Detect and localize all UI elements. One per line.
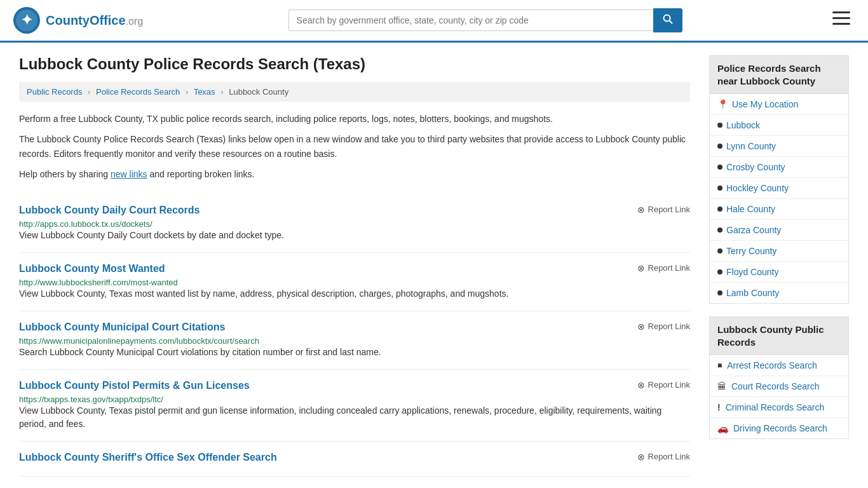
search-area <box>288 8 682 32</box>
location-pin-icon: 📍 <box>717 99 728 109</box>
description-pre-link: Help others by sharing <box>19 169 111 179</box>
report-link-button[interactable]: ⊗ Report Link <box>637 263 690 273</box>
sidebar-public-records-section: Lubbock County Public Records ■ Arrest R… <box>709 316 849 439</box>
svg-point-3 <box>663 15 670 22</box>
bullet-icon <box>717 290 722 295</box>
logo-icon: ✦ <box>13 6 41 34</box>
nearby-link[interactable]: Hockley County <box>726 183 789 193</box>
logo-area: ✦ CountyOffice.org <box>13 6 143 34</box>
pub-records-item[interactable]: ! Criminal Records Search <box>710 397 848 418</box>
sidebar-link-item[interactable]: Lynn County <box>710 136 848 157</box>
nearby-link[interactable]: Garza County <box>726 225 781 235</box>
sidebar: Police Records Search near Lubbock Count… <box>709 55 849 477</box>
result-item: Lubbock County Most Wanted ⊗ Report Link… <box>19 253 690 311</box>
report-link-button[interactable]: ⊗ Report Link <box>637 380 690 390</box>
nearby-link[interactable]: Lynn County <box>726 141 776 151</box>
nearby-link[interactable]: Lamb County <box>726 288 779 298</box>
result-header: Lubbock County Sheriff's Office Sex Offe… <box>19 452 690 463</box>
svg-rect-5 <box>832 11 850 13</box>
nearby-link[interactable]: Terry County <box>726 246 776 256</box>
report-link-button[interactable]: ⊗ Report Link <box>637 322 690 332</box>
result-title[interactable]: Lubbock County Sheriff's Office Sex Offe… <box>19 452 277 463</box>
result-title[interactable]: Lubbock County Most Wanted <box>19 263 165 274</box>
sidebar-link-item[interactable]: Hockley County <box>710 178 848 199</box>
results-list: Lubbock County Daily Court Records ⊗ Rep… <box>19 194 690 477</box>
pub-records-item[interactable]: ■ Arrest Records Search <box>710 355 848 376</box>
report-link-button[interactable]: ⊗ Report Link <box>637 452 690 462</box>
court-records-icon: 🏛 <box>717 381 726 391</box>
header: ✦ CountyOffice.org <box>0 0 868 43</box>
sidebar-link-item[interactable]: Floyd County <box>710 262 848 283</box>
description-para-1: Perform a free Lubbock County, TX public… <box>19 112 690 126</box>
breadcrumb-public-records[interactable]: Public Records <box>27 87 82 97</box>
nearby-link[interactable]: Crosby County <box>726 162 785 172</box>
hamburger-icon <box>832 11 850 25</box>
result-url[interactable]: https://www.municipalonlinepayments.com/… <box>19 336 259 346</box>
criminal-records-link[interactable]: Criminal Records Search <box>726 402 825 412</box>
result-url[interactable]: http://www.lubbocksheriff.com/most-wante… <box>19 278 178 287</box>
svg-line-4 <box>669 21 672 24</box>
page-title: Lubbock County Police Records Search (Te… <box>19 55 690 73</box>
sidebar-link-item[interactable]: Lamb County <box>710 283 848 303</box>
sidebar-use-location[interactable]: 📍 Use My Location <box>710 94 848 115</box>
report-icon: ⊗ <box>637 380 645 390</box>
nearby-link[interactable]: Hale County <box>726 204 775 214</box>
driving-records-link[interactable]: Driving Records Search <box>733 423 827 433</box>
arrest-records-link[interactable]: Arrest Records Search <box>727 360 817 370</box>
breadcrumb-sep-3: › <box>220 87 223 97</box>
breadcrumb-police-records[interactable]: Police Records Search <box>96 87 180 97</box>
breadcrumb-sep-2: › <box>186 87 188 97</box>
sidebar-nearby-section: Police Records Search near Lubbock Count… <box>709 55 849 304</box>
result-item: Lubbock County Sheriff's Office Sex Offe… <box>19 442 690 477</box>
result-desc: View Lubbock County, Texas pistol permit… <box>19 404 690 431</box>
search-icon <box>663 14 673 24</box>
description: Perform a free Lubbock County, TX public… <box>19 112 690 182</box>
sidebar-link-item[interactable]: Terry County <box>710 241 848 262</box>
pub-records-item[interactable]: 🏛 Court Records Search <box>710 376 848 397</box>
result-header: Lubbock County Daily Court Records ⊗ Rep… <box>19 205 690 216</box>
new-links-link[interactable]: new links <box>111 169 147 179</box>
svg-rect-6 <box>832 17 850 19</box>
sidebar-nearby-title: Police Records Search near Lubbock Count… <box>710 56 848 94</box>
search-input[interactable] <box>288 10 653 31</box>
result-header: Lubbock County Most Wanted ⊗ Report Link <box>19 263 690 274</box>
logo-text: CountyOffice.org <box>46 13 143 28</box>
search-button[interactable] <box>653 8 682 32</box>
report-link-label: Report Link <box>648 322 690 331</box>
driving-records-icon: 🚗 <box>717 423 728 433</box>
bullet-icon <box>717 227 722 233</box>
sidebar-link-item[interactable]: Crosby County <box>710 157 848 178</box>
report-icon: ⊗ <box>637 205 645 215</box>
pub-records-item[interactable]: 🚗 Driving Records Search <box>710 418 848 438</box>
svg-rect-7 <box>832 23 850 25</box>
nearby-link[interactable]: Floyd County <box>726 267 778 277</box>
result-title[interactable]: Lubbock County Pistol Permits & Gun Lice… <box>19 380 250 391</box>
result-title[interactable]: Lubbock County Daily Court Records <box>19 205 200 216</box>
hamburger-menu-button[interactable] <box>827 9 855 32</box>
arrest-records-icon: ■ <box>717 361 722 370</box>
report-link-label: Report Link <box>648 263 690 273</box>
use-my-location-link[interactable]: Use My Location <box>732 99 798 109</box>
sidebar-public-records-title: Lubbock County Public Records <box>710 317 848 355</box>
bullet-icon <box>717 269 722 274</box>
result-desc: View Lubbock County Daily Court dockets … <box>19 229 690 242</box>
sidebar-link-item[interactable]: Lubbock <box>710 115 848 136</box>
nearby-link[interactable]: Lubbock <box>726 120 760 130</box>
sidebar-link-item[interactable]: Garza County <box>710 220 848 241</box>
result-url[interactable]: http://apps.co.lubbock.tx.us/dockets/ <box>19 219 153 229</box>
content-area: Lubbock County Police Records Search (Te… <box>19 55 690 477</box>
result-url[interactable]: https://txapps.texas.gov/txapp/txdps/ltc… <box>19 395 163 404</box>
report-link-button[interactable]: ⊗ Report Link <box>637 205 690 215</box>
sidebar-link-item[interactable]: Hale County <box>710 199 848 220</box>
bullet-icon <box>717 248 722 254</box>
result-title[interactable]: Lubbock County Municipal Court Citations <box>19 322 225 333</box>
result-item: Lubbock County Pistol Permits & Gun Lice… <box>19 370 690 442</box>
breadcrumb-texas[interactable]: Texas <box>194 87 215 97</box>
description-post-link: and reporting broken links. <box>147 169 255 179</box>
result-desc: Search Lubbock County Municipal Court vi… <box>19 346 690 359</box>
bullet-icon <box>717 165 722 170</box>
report-icon: ⊗ <box>637 263 645 273</box>
bullet-icon <box>717 207 722 212</box>
result-desc: View Lubbock County, Texas most wanted l… <box>19 287 690 301</box>
court-records-link[interactable]: Court Records Search <box>731 381 820 391</box>
